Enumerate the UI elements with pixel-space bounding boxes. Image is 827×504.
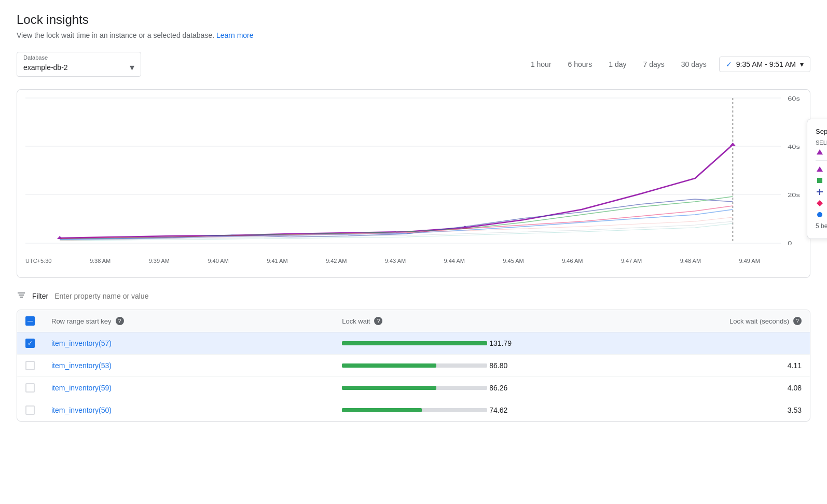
select-all-minus-icon[interactable]: [25, 316, 35, 326]
x-label-8: 9:45 AM: [503, 258, 523, 264]
data-table: Row range start key ? Lock wait ? Lock w…: [17, 310, 810, 421]
x-label-9: 9:46 AM: [562, 258, 583, 264]
row-checkbox-4[interactable]: [17, 399, 43, 422]
controls-row: Database example-db-2 ▾ 1 hour 6 hours 1…: [17, 52, 810, 77]
tooltip-selected-item: item_inventory(57) 42.04s: [816, 148, 827, 156]
progress-bar-bg-2: [342, 363, 487, 368]
table-row: item_inventory(59) 86.26 4.08: [17, 377, 810, 399]
svg-text:0: 0: [788, 240, 792, 247]
diamond-icon: [816, 199, 824, 207]
checkbox-3[interactable]: [25, 383, 35, 393]
row-name-3: item_inventory(59): [43, 377, 334, 399]
row-checkbox-1[interactable]: [17, 332, 43, 355]
time-30days-button[interactable]: 30 days: [677, 57, 711, 72]
tooltip-series-item-1: order_item(81,8) 22.82s: [816, 176, 827, 185]
x-label-10: 9:47 AM: [621, 258, 642, 264]
svg-text:20s: 20s: [788, 192, 800, 199]
row-seconds-1: [520, 332, 810, 355]
chart-tooltip: Sep 29, 2022, 9:49:00 AM SELECTED item_i…: [807, 119, 827, 239]
svg-text:60s: 60s: [788, 95, 800, 102]
col-lock-wait: Lock wait ?: [334, 310, 520, 332]
tooltip-datetime: Sep 29, 2022, 9:49:00 AM: [816, 128, 827, 135]
tooltip-selected-label: SELECTED: [816, 139, 827, 146]
chevron-down-icon: ▾: [800, 60, 804, 68]
filter-input[interactable]: [54, 292, 810, 300]
svg-rect-14: [817, 178, 822, 183]
filter-icon: [17, 290, 26, 301]
row-link-4[interactable]: item_inventory(50): [51, 406, 112, 414]
row-link-2[interactable]: item_inventory(53): [51, 361, 112, 370]
x-label-6: 9:43 AM: [385, 258, 406, 264]
time-range-value: 9:35 AM - 9:51 AM: [736, 60, 796, 68]
col-lock-wait-seconds: Lock wait (seconds) ?: [520, 310, 810, 332]
svg-marker-12: [817, 149, 823, 155]
svg-point-18: [817, 212, 822, 217]
time-6hours-button[interactable]: 6 hours: [564, 57, 597, 72]
tooltip-divider: [816, 160, 827, 161]
time-1day-button[interactable]: 1 day: [604, 57, 630, 72]
table-row: item_inventory(53) 86.80 4.11: [17, 355, 810, 377]
progress-bar-fill-1: [342, 341, 487, 345]
time-1hour-button[interactable]: 1 hour: [527, 57, 556, 72]
checkbox-2[interactable]: [25, 361, 35, 370]
table-row: item_inventory(57) 131.79: [17, 332, 810, 355]
help-lock-wait-icon[interactable]: ?: [374, 317, 382, 325]
x-label-3: 9:40 AM: [208, 258, 228, 264]
row-seconds-3: 4.08: [520, 377, 810, 399]
x-label-11: 9:48 AM: [680, 258, 701, 264]
row-lock-wait-2: 86.80: [489, 361, 507, 370]
progress-bar-bg-4: [342, 408, 487, 412]
select-all-header[interactable]: [17, 310, 43, 332]
table-header-row: Row range start key ? Lock wait ? Lock w…: [17, 310, 810, 332]
time-controls: 1 hour 6 hours 1 day 7 days 30 days ✓ 9:…: [527, 57, 810, 72]
time-range-button[interactable]: ✓ 9:35 AM - 9:51 AM ▾: [719, 57, 810, 72]
help-row-range-icon[interactable]: ?: [116, 317, 124, 325]
row-checkbox-2[interactable]: [17, 355, 43, 377]
x-label-1: 9:38 AM: [90, 258, 111, 264]
table-row: item_inventory(50) 74.62 3.53: [17, 399, 810, 422]
tooltip-series-item-3: item_inventory(53) 9.9s: [816, 199, 827, 207]
row-progress-2: 86.80: [334, 355, 520, 377]
progress-bar-fill-2: [342, 363, 436, 368]
progress-bar-fill-3: [342, 386, 436, 390]
row-progress-4: 74.62: [334, 399, 520, 422]
progress-bar-bg-1: [342, 341, 487, 345]
database-select-trigger[interactable]: example-db-2 ▾: [23, 62, 134, 73]
row-name-2: item_inventory(53): [43, 355, 334, 377]
chart-svg: 60s 40s 20s 0: [25, 98, 781, 243]
checkbox-1[interactable]: [25, 339, 35, 348]
database-value: example-db-2: [23, 63, 68, 72]
progress-bar-bg-3: [342, 386, 487, 390]
row-seconds-2: 4.11: [520, 355, 810, 377]
row-link-1[interactable]: item_inventory(57): [51, 339, 112, 347]
check-icon: ✓: [726, 60, 732, 68]
row-lock-wait-4: 74.62: [489, 406, 507, 414]
page-title: Lock insights: [17, 12, 810, 27]
checkbox-4[interactable]: [25, 405, 35, 415]
triangle-up-icon: [816, 165, 824, 173]
x-label-4: 9:41 AM: [267, 258, 287, 264]
x-axis: UTC+5:30 9:38 AM 9:39 AM 9:40 AM 9:41 AM…: [25, 258, 781, 264]
circle-icon: [816, 211, 824, 219]
below-label: 5 below: [816, 222, 827, 230]
chart-container: 60s 40s 20s 0 UTC+5:30 9:38 AM 9:39 AM 9…: [25, 98, 802, 254]
x-label-12: 9:49 AM: [739, 258, 760, 264]
svg-marker-7: [730, 143, 736, 146]
row-seconds-4: 3.53: [520, 399, 810, 422]
help-lock-wait-seconds-icon[interactable]: ?: [793, 317, 802, 325]
chevron-down-icon: ▾: [130, 62, 134, 73]
chart-section: 60s 40s 20s 0 UTC+5:30 9:38 AM 9:39 AM 9…: [17, 89, 810, 278]
tooltip-series-item-0: item_inventory(57) 42.04s: [816, 165, 827, 173]
x-label-0: UTC+5:30: [25, 258, 51, 264]
row-checkbox-3[interactable]: [17, 377, 43, 399]
database-selector[interactable]: Database example-db-2 ▾: [17, 52, 141, 77]
time-7days-button[interactable]: 7 days: [639, 57, 669, 72]
row-lock-wait-1: 131.79: [489, 339, 512, 347]
row-link-3[interactable]: item_inventory(59): [51, 384, 112, 392]
tooltip-series-item-4: item_inventory(50) 9.31s: [816, 211, 827, 219]
tooltip-series-item-2: item_inventory(59) 17.27s: [816, 188, 827, 196]
col-row-range: Row range start key ?: [43, 310, 334, 332]
svg-text:40s: 40s: [788, 144, 800, 150]
learn-more-link[interactable]: Learn more: [216, 31, 254, 39]
triangle-up-icon: [816, 148, 824, 156]
